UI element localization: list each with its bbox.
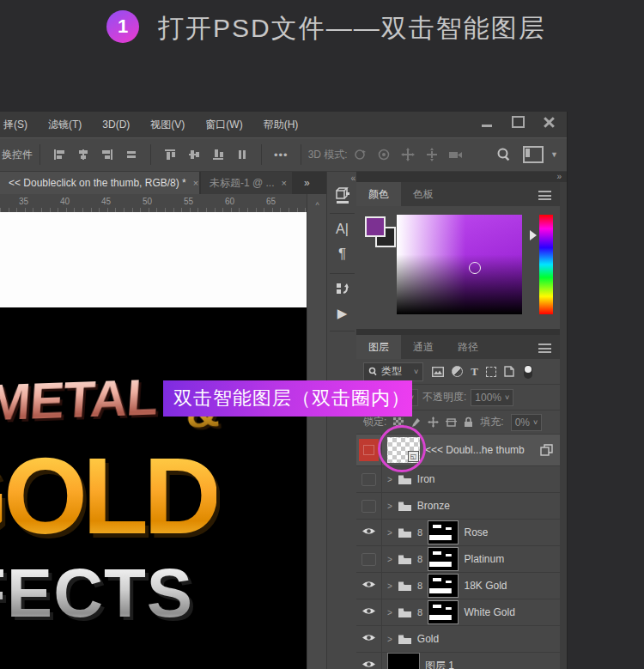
group-expand-chevron[interactable]: > — [387, 581, 392, 591]
align-top-edges-icon[interactable] — [161, 145, 179, 164]
tab-channels[interactable]: 通道 — [401, 335, 446, 359]
layer-filter-kind-dropdown[interactable]: 类型 ˅ — [363, 362, 423, 381]
minimize-button[interactable] — [476, 113, 498, 131]
scroll-up-arrow[interactable]: ^ — [307, 201, 327, 210]
fill-value[interactable]: 0%˅ — [511, 414, 543, 431]
collapse-panels-icon[interactable]: « — [350, 173, 354, 183]
layers-panel-menu-icon[interactable] — [538, 344, 551, 353]
menu-help[interactable]: 帮助(H) — [264, 118, 299, 132]
saturation-brightness-field[interactable] — [397, 215, 522, 314]
visibility-eye-icon[interactable] — [361, 580, 376, 592]
doc-tab-close-icon[interactable]: × — [193, 178, 198, 188]
lock-position-move-icon[interactable] — [428, 417, 439, 428]
filter-shape-layers-icon[interactable] — [486, 367, 496, 377]
layer-name[interactable]: Bronze — [417, 500, 450, 512]
document-canvas[interactable]: METAL & GOLD FECTS — [0, 212, 307, 669]
tab-overflow-chevron[interactable]: » — [304, 172, 308, 194]
foreground-color-swatch[interactable] — [365, 216, 386, 237]
layer-thumbnail[interactable] — [428, 574, 459, 598]
layer-comps-panel-icon[interactable] — [327, 282, 357, 297]
layer-row-platinum[interactable]: > 8 Platinum — [356, 546, 560, 573]
layer-name[interactable]: 图层 1 — [425, 659, 454, 669]
close-button[interactable] — [538, 113, 560, 131]
3d-dolly-camera-icon[interactable] — [447, 145, 465, 164]
menu-select[interactable]: 择(S) — [3, 118, 27, 132]
visibility-eye-icon[interactable] — [361, 633, 376, 645]
character-panel-icon[interactable]: A| — [327, 222, 357, 237]
tab-layers[interactable]: 图层 — [356, 335, 401, 359]
menu-3d[interactable]: 3D(D) — [102, 119, 130, 131]
lock-all-icon[interactable] — [464, 417, 473, 428]
hue-slider-pointer[interactable] — [530, 230, 537, 240]
visibility-eye-icon[interactable] — [361, 660, 376, 669]
layer-row-bronze[interactable]: > Bronze — [356, 493, 560, 520]
layer-row-gold[interactable]: > Gold — [356, 626, 560, 653]
canvas-vertical-scrollbar[interactable]: ^ — [307, 194, 327, 669]
layer-name[interactable]: <<< Doubl...he thumb — [425, 444, 525, 456]
3d-panel-icon[interactable] — [327, 187, 357, 204]
opacity-value[interactable]: 100%˅ — [471, 389, 513, 406]
menu-view[interactable]: 视图(V) — [150, 118, 185, 132]
panel-scrollbar[interactable] — [560, 182, 567, 669]
tab-swatches[interactable]: 色板 — [401, 182, 446, 206]
group-expand-chevron[interactable]: > — [387, 635, 392, 644]
menu-window[interactable]: 窗口(W) — [205, 118, 242, 132]
layer-thumbnail[interactable] — [387, 653, 420, 669]
doc-tab-inactive-close-icon[interactable]: × — [282, 178, 287, 188]
lock-artboard-icon[interactable] — [446, 417, 457, 428]
visibility-eye-icon[interactable] — [361, 606, 376, 618]
group-expand-chevron[interactable]: > — [387, 475, 392, 484]
distribute-vertical-icon[interactable] — [233, 145, 252, 164]
align-vertical-centers-icon[interactable] — [185, 145, 204, 164]
layer-name[interactable]: Gold — [417, 633, 439, 645]
layer-name[interactable]: White Gold — [464, 606, 514, 618]
filter-pixel-layers-icon[interactable] — [432, 367, 444, 377]
align-left-edges-icon[interactable] — [50, 145, 69, 164]
layer-name[interactable]: Rose — [464, 526, 488, 538]
layer-row-iron[interactable]: > Iron — [356, 466, 560, 493]
filter-smart-objects-icon[interactable] — [504, 366, 514, 377]
more-options-button[interactable]: ••• — [274, 149, 289, 161]
chevron-down-icon[interactable]: ▼ — [550, 150, 558, 159]
visibility-red-highlight[interactable] — [359, 439, 379, 461]
align-bottom-edges-icon[interactable] — [209, 145, 228, 164]
workspace-switcher-icon[interactable] — [523, 146, 544, 163]
layer-name[interactable]: 18K Gold — [464, 580, 507, 592]
visibility-toggle-hidden[interactable] — [361, 473, 376, 486]
doc-tab-inactive[interactable]: 未标题-1 @ ... × — [201, 172, 292, 194]
layer-name[interactable]: Platinum — [464, 553, 504, 565]
group-expand-chevron[interactable]: > — [387, 555, 392, 564]
visibility-toggle-hidden[interactable] — [361, 500, 376, 513]
hue-slider[interactable] — [539, 215, 553, 314]
group-expand-chevron[interactable]: > — [387, 608, 392, 617]
tab-color[interactable]: 颜色 — [356, 182, 401, 206]
maximize-button[interactable] — [507, 113, 529, 131]
actions-panel-icon[interactable]: ▶ — [327, 306, 357, 321]
show-transform-controls-label[interactable]: 换控件 — [2, 148, 33, 162]
layer-thumbnail[interactable] — [428, 600, 459, 624]
visibility-eye-icon[interactable] — [361, 526, 376, 538]
layer-thumbnail[interactable] — [428, 520, 459, 544]
group-expand-chevron[interactable]: > — [387, 528, 392, 538]
menu-filter[interactable]: 滤镜(T) — [48, 118, 82, 132]
group-expand-chevron[interactable]: > — [387, 502, 392, 511]
3d-slide-icon[interactable] — [422, 145, 441, 164]
color-picker-circle[interactable] — [469, 262, 481, 274]
3d-orbit-icon[interactable] — [350, 145, 369, 164]
tab-paths[interactable]: 路径 — [446, 335, 490, 359]
paragraph-panel-icon[interactable]: ¶ — [327, 246, 357, 263]
layer-row-18k-gold[interactable]: > 8 18K Gold — [356, 573, 560, 599]
layer-row-rose[interactable]: > 8 Rose — [356, 520, 560, 546]
panel-menu-icon[interactable] — [538, 191, 551, 200]
align-horizontal-centers-icon[interactable] — [74, 145, 93, 164]
layer-row-layer-1[interactable]: 图层 1 — [356, 653, 560, 669]
3d-roll-icon[interactable] — [374, 145, 393, 164]
smart-filters-icon[interactable] — [540, 444, 553, 456]
visibility-toggle-hidden[interactable] — [361, 553, 376, 566]
distribute-horizontal-icon[interactable] — [122, 145, 141, 164]
expand-panels-icon[interactable]: » — [556, 172, 560, 181]
3d-pan-icon[interactable] — [398, 145, 417, 164]
search-icon[interactable] — [495, 145, 513, 164]
filter-toggle-switch[interactable] — [524, 365, 532, 379]
layer-row-white-gold[interactable]: > 8 White Gold — [356, 599, 560, 626]
